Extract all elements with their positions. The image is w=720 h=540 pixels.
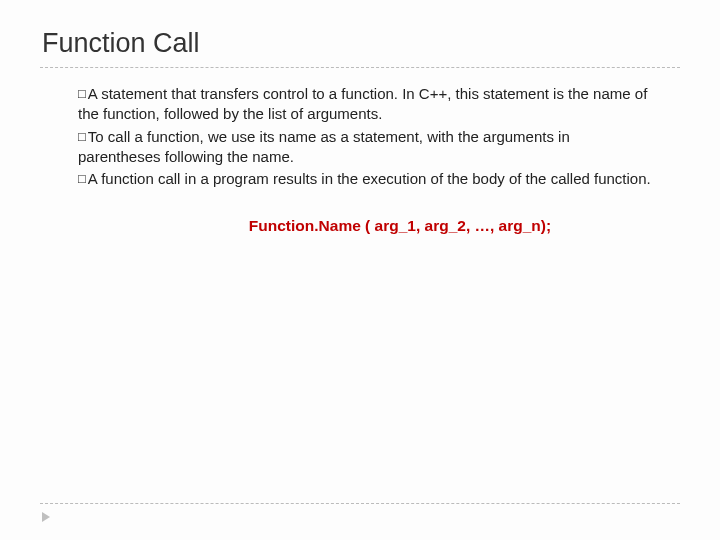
page-title: Function Call (40, 28, 680, 59)
list-item: □To call a function, we use its name as … (78, 127, 654, 168)
bullet-list: □A statement that transfers control to a… (40, 84, 680, 189)
square-bullet-icon: □ (78, 171, 86, 186)
bullet-text: To call a function, we use its name as a… (78, 128, 570, 165)
footer-divider (40, 503, 680, 504)
bullet-text: A function call in a program results in … (88, 170, 651, 187)
bullet-text: A statement that transfers control to a … (78, 85, 647, 122)
square-bullet-icon: □ (78, 129, 86, 144)
list-item: □A statement that transfers control to a… (78, 84, 654, 125)
slide: Function Call □A statement that transfer… (0, 0, 720, 235)
play-arrow-icon (42, 512, 50, 522)
square-bullet-icon: □ (78, 86, 86, 101)
syntax-example: Function.Name ( arg_1, arg_2, …, arg_n); (40, 217, 680, 235)
list-item: □A function call in a program results in… (78, 169, 654, 189)
title-divider (40, 67, 680, 68)
